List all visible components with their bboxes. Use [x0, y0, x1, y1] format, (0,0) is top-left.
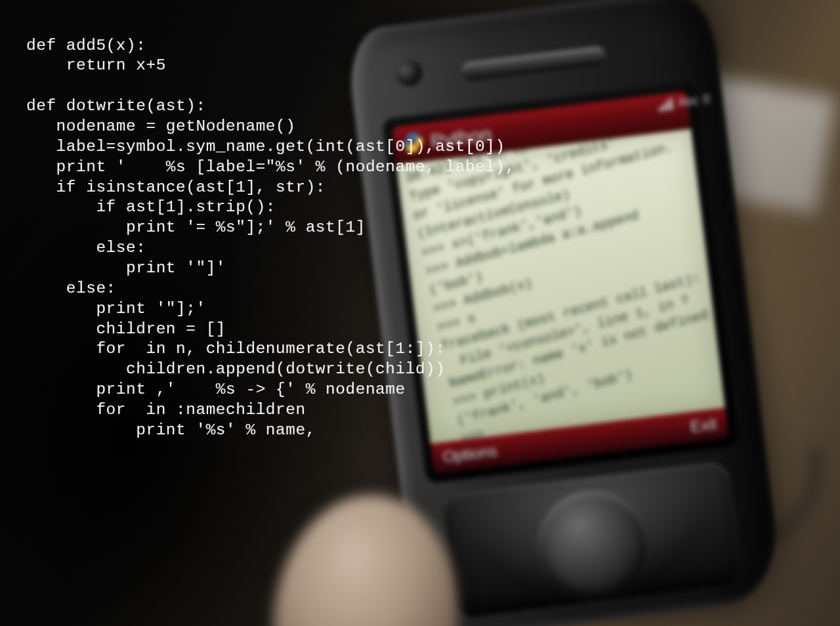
softkey-options[interactable]: Options: [442, 442, 498, 467]
scene-root: Python 38.42) (C) on symbian s60 Type 'c…: [0, 0, 840, 626]
signal-icon: [658, 98, 673, 112]
input-mode-label: Abc: [677, 94, 699, 110]
softkey-exit[interactable]: Exit: [690, 415, 718, 436]
code-overlay: def add5(x): return x+5 def dotwrite(ast…: [26, 36, 515, 441]
